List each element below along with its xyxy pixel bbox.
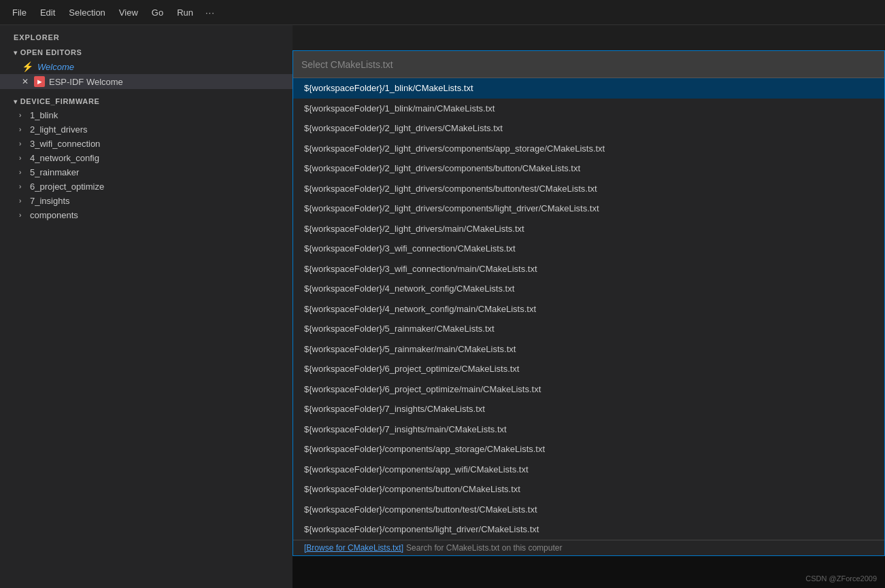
tree-item-4network[interactable]: › 4_network_config [0,151,293,165]
device-firmware-label: DEVICE_FIRMWARE [20,97,100,105]
quick-open-item[interactable]: ${workspaceFolder}/2_light_drivers/compo… [293,158,884,179]
tree-item-7insights[interactable]: › 7_insights [0,194,293,208]
chevron-3wifi: › [19,140,27,148]
quick-open-item-path: ${workspaceFolder}/1_blink/CMakeLists.tx… [304,83,473,93]
explorer-title: EXPLORER [0,25,293,44]
chevron-components: › [19,211,27,219]
menu-view[interactable]: View [112,5,145,20]
device-firmware-group[interactable]: ▾ DEVICE_FIRMWARE [0,93,293,108]
quick-open-overlay: ${workspaceFolder}/1_blink/CMakeLists.tx… [293,50,885,588]
quick-open-item-path: ${workspaceFolder}/5_rainmaker/CMakeList… [304,324,495,334]
tree-label-6project: 6_project_optimize [30,181,104,192]
quick-open-input[interactable] [301,59,876,70]
quick-open-item-path: ${workspaceFolder}/2_light_drivers/compo… [304,203,599,213]
quick-open-item[interactable]: ${workspaceFolder}/3_wifi_connection/CMa… [293,239,884,259]
chevron-4network: › [19,154,27,162]
menu-run[interactable]: Run [170,5,200,20]
watermark: CSDN @ZForce2009 [805,574,877,583]
tree-item-3wifi[interactable]: › 3_wifi_connection [0,137,293,151]
tree-label-5rainmaker: 5_rainmaker [30,167,79,177]
quick-open-item-path: ${workspaceFolder}/2_light_drivers/main/… [304,224,524,234]
quick-open-item[interactable]: ${workspaceFolder}/6_project_optimize/ma… [293,379,884,400]
vscode-icon: ⚡ [22,61,33,72]
quick-open-item-path: ${workspaceFolder}/4_network_config/main… [304,304,536,314]
footer-description: Search for CMakeLists.txt on this comput… [406,543,562,553]
quick-open-item[interactable]: ${workspaceFolder}/7_insights/main/CMake… [293,419,884,440]
quick-open-item-path: ${workspaceFolder}/7_insights/CMakeLists… [304,404,485,414]
editor-item-esp-idf[interactable]: ✕ ▶ ESP-IDF Welcome [0,74,293,89]
quick-open-item[interactable]: ${workspaceFolder}/2_light_drivers/CMake… [293,118,884,139]
quick-open-item[interactable]: ${workspaceFolder}/3_wifi_connection/mai… [293,259,884,279]
quick-open-item[interactable]: ${workspaceFolder}/components/button/tes… [293,500,884,520]
quick-open-item-path: ${workspaceFolder}/2_light_drivers/compo… [304,163,580,173]
quick-open-list: ${workspaceFolder}/1_blink/CMakeLists.tx… [293,78,884,540]
quick-open-item[interactable]: ${workspaceFolder}/6_project_optimize/CM… [293,359,884,379]
quick-open-item-path: ${workspaceFolder}/7_insights/main/CMake… [304,424,507,434]
quick-open-item[interactable]: ${workspaceFolder}/1_blink/main/CMakeLis… [293,99,884,119]
quick-open-item-path: ${workspaceFolder}/5_rainmaker/main/CMak… [304,344,516,354]
menubar: File Edit Selection View Go Run ··· [0,0,885,25]
menu-more[interactable]: ··· [200,5,220,20]
chevron-2light: › [19,126,27,133]
quick-open-item[interactable]: ${workspaceFolder}/components/app_storag… [293,439,884,460]
quick-open-item-path: ${workspaceFolder}/components/light_driv… [304,524,539,534]
quick-open-item[interactable]: ${workspaceFolder}/5_rainmaker/CMakeList… [293,319,884,339]
main-layout: EXPLORER ▾ OPEN EDITORS ⚡ Welcome ✕ ▶ ES… [0,25,885,588]
tree-item-components[interactable]: › components [0,208,293,222]
quick-open-item[interactable]: ${workspaceFolder}/2_light_drivers/compo… [293,179,884,199]
quick-open-item-path: ${workspaceFolder}/components/button/CMa… [304,484,520,494]
quick-open-item[interactable]: ${workspaceFolder}/components/light_driv… [293,519,884,540]
quick-open-item-path: ${workspaceFolder}/3_wifi_connection/CMa… [304,243,516,254]
quick-open-panel: ${workspaceFolder}/1_blink/CMakeLists.tx… [293,50,885,556]
open-editors-chevron: ▾ [14,49,18,56]
quick-open-item[interactable]: ${workspaceFolder}/2_light_drivers/compo… [293,198,884,219]
quick-open-item-path: ${workspaceFolder}/4_network_config/CMak… [304,283,514,294]
quick-open-item-path: ${workspaceFolder}/2_light_drivers/compo… [304,184,597,194]
chevron-1blink: › [19,111,27,119]
chevron-6project: › [19,183,27,190]
menu-file[interactable]: File [5,5,33,20]
quick-open-item[interactable]: ${workspaceFolder}/4_network_config/main… [293,299,884,319]
quick-open-item[interactable]: ${workspaceFolder}/4_network_config/CMak… [293,279,884,299]
browse-link[interactable]: [Browse for CMakeLists.txt] [304,543,403,553]
quick-open-item-path: ${workspaceFolder}/components/app_wifi/C… [304,464,529,474]
quick-open-input-row [293,51,884,78]
menu-edit[interactable]: Edit [33,5,62,20]
editor-item-welcome[interactable]: ⚡ Welcome [0,59,293,74]
quick-open-item-path: ${workspaceFolder}/components/button/tes… [304,504,537,515]
open-editors-label: OPEN EDITORS [20,48,82,56]
quick-open-item-path: ${workspaceFolder}/3_wifi_connection/mai… [304,264,537,274]
tree-label-1blink: 1_blink [30,110,58,120]
tree-item-5rainmaker[interactable]: › 5_rainmaker [0,165,293,179]
tree-label-3wifi: 3_wifi_connection [30,139,100,149]
quick-open-item[interactable]: ${workspaceFolder}/components/button/CMa… [293,479,884,500]
tree-label-2light: 2_light_drivers [30,124,88,135]
sidebar: EXPLORER ▾ OPEN EDITORS ⚡ Welcome ✕ ▶ ES… [0,25,293,588]
chevron-7insights: › [19,197,27,205]
quick-open-item[interactable]: ${workspaceFolder}/2_light_drivers/compo… [293,139,884,159]
quick-open-footer: [Browse for CMakeLists.txt] Search for C… [293,540,884,555]
device-firmware-chevron: ▾ [14,98,18,105]
menu-go[interactable]: Go [145,5,170,20]
quick-open-item[interactable]: ${workspaceFolder}/1_blink/CMakeLists.tx… [293,78,884,99]
tree-label-4network: 4_network_config [30,153,99,163]
menu-selection[interactable]: Selection [62,5,112,20]
tree-item-1blink[interactable]: › 1_blink [0,108,293,122]
quick-open-item[interactable]: ${workspaceFolder}/5_rainmaker/main/CMak… [293,339,884,360]
open-editors-group[interactable]: ▾ OPEN EDITORS [0,44,293,59]
tree-label-7insights: 7_insights [30,196,70,206]
editor-esp-label: ESP-IDF Welcome [49,77,123,87]
quick-open-item-path: ${workspaceFolder}/2_light_drivers/compo… [304,143,605,154]
chevron-5rainmaker: › [19,169,27,176]
tree-item-6project[interactable]: › 6_project_optimize [0,179,293,194]
close-icon[interactable]: ✕ [22,77,29,86]
quick-open-item-path: ${workspaceFolder}/2_light_drivers/CMake… [304,123,503,133]
quick-open-item[interactable]: ${workspaceFolder}/2_light_drivers/main/… [293,219,884,239]
esp-icon: ▶ [34,76,45,87]
tree-label-components: components [30,210,78,220]
quick-open-item-path: ${workspaceFolder}/6_project_optimize/ma… [304,384,541,394]
quick-open-item[interactable]: ${workspaceFolder}/7_insights/CMakeLists… [293,399,884,419]
quick-open-item[interactable]: ${workspaceFolder}/components/app_wifi/C… [293,460,884,480]
editor-welcome-label: Welcome [37,62,74,72]
tree-item-2light[interactable]: › 2_light_drivers [0,122,293,137]
